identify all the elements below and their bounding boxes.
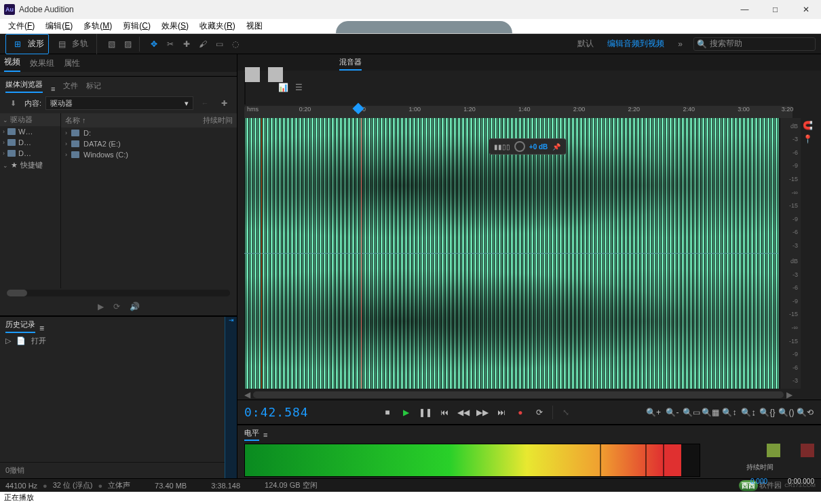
panel-menu-icon[interactable]: ≡ — [263, 431, 267, 439]
tab-effects-rack[interactable]: 效果组 — [30, 58, 54, 72]
tree-header[interactable]: ⌄ 驱动器 — [0, 113, 60, 126]
list-view-icon[interactable]: ☰ — [295, 83, 303, 92]
lasso-tool[interactable]: ◌ — [228, 37, 243, 52]
overview-selection-handles[interactable] — [245, 67, 299, 78]
waveform-icon: ⊞ — [10, 37, 25, 52]
media-preview-transport: ▶ ⟳ 🔊 — [0, 298, 237, 315]
selection-start[interactable]: 0.000 — [750, 478, 767, 485]
forward-button[interactable]: ▶▶ — [474, 404, 491, 421]
zoom-out-button[interactable]: 🔍- — [664, 404, 681, 421]
tree-item[interactable]: ›W… — [0, 126, 60, 137]
preview-autoplay-button[interactable]: 🔊 — [130, 302, 140, 311]
stop-button[interactable]: ■ — [379, 404, 396, 421]
out-point-icon[interactable] — [801, 444, 814, 457]
pin-icon[interactable]: 📌 — [552, 142, 561, 151]
skip-selection-button[interactable]: ⤡ — [557, 404, 575, 421]
panel-menu-icon[interactable]: ≡ — [39, 324, 44, 333]
tab-mixer[interactable]: 混音器 — [339, 57, 362, 71]
workspace-more[interactable]: » — [675, 38, 685, 50]
multitrack-mode-button[interactable]: ▤ 多轨 — [50, 35, 92, 54]
waveform-editor[interactable]: ▮▮▯▯ +0 dB 📌 dB -3 -6 -9 -15 -∞ -15 -9 -… — [244, 118, 814, 389]
go-start-button[interactable]: ⏮ — [436, 404, 453, 421]
spectral-freq-button[interactable]: ▧ — [104, 37, 119, 52]
list-item[interactable]: ›D: — [61, 128, 237, 138]
waveform-mode-button[interactable]: ⊞ 波形 — [5, 34, 49, 54]
playhead-line[interactable] — [361, 118, 362, 389]
panel-menu-icon[interactable]: ≡ — [51, 85, 55, 93]
loop-button[interactable]: ⟳ — [531, 404, 548, 421]
import-icon[interactable]: ⬇ — [5, 96, 20, 111]
tab-properties[interactable]: 属性 — [64, 58, 80, 72]
tab-files[interactable]: 文件 — [63, 81, 78, 93]
waveform-hscroll[interactable]: ◀ ▶ — [244, 390, 793, 400]
preview-play-button[interactable]: ▶ — [98, 302, 104, 311]
zoom-selection-button[interactable]: 🔍▦ — [702, 404, 719, 421]
rewind-button[interactable]: ◀◀ — [455, 404, 472, 421]
timecode-display[interactable]: 0:42.584 — [244, 405, 309, 419]
zoom-in-point-button[interactable]: 🔍{} — [759, 404, 776, 421]
menu-multitrack[interactable]: 多轨(M) — [78, 19, 117, 33]
tab-history[interactable]: 历史记录 — [5, 319, 35, 333]
menu-effects[interactable]: 效果(S) — [156, 19, 194, 33]
zoom-in-amp-button[interactable]: 🔍↕ — [721, 404, 738, 421]
tick: 1:40 — [518, 106, 531, 113]
heal-tool[interactable]: ✚ — [179, 37, 194, 52]
meter-view-icon[interactable]: 📊 — [278, 83, 288, 92]
brush-tool[interactable]: 🖌 — [195, 37, 210, 52]
help-search[interactable]: 🔍 搜索帮助 — [693, 37, 816, 51]
drive-select[interactable]: 驱动器 ▾ — [45, 96, 193, 110]
col-duration[interactable]: 持续时间 — [199, 113, 237, 128]
close-button[interactable]: ✕ — [790, 0, 821, 19]
tab-markers[interactable]: 标记 — [86, 81, 101, 93]
waveform-overview[interactable] — [244, 72, 246, 104]
tab-levels[interactable]: 电平 — [244, 428, 259, 441]
pause-button[interactable]: ❚❚ — [417, 404, 434, 421]
marquee-tool[interactable]: ▭ — [212, 37, 227, 52]
maximize-button[interactable]: □ — [760, 0, 790, 19]
tree-item[interactable]: ›D… — [0, 148, 60, 159]
content-label: 内容: — [24, 98, 41, 109]
record-button[interactable]: ● — [512, 404, 529, 421]
zoom-out-point-button[interactable]: 🔍() — [778, 404, 795, 421]
zoom-full-button[interactable]: 🔍▭ — [683, 404, 700, 421]
scroll-right-icon[interactable]: ▶ — [786, 390, 793, 400]
workspace-default[interactable]: 默认 — [575, 37, 596, 51]
menu-favorites[interactable]: 收藏夹(R) — [194, 19, 241, 33]
menu-view[interactable]: 视图 — [241, 19, 268, 33]
editor-option-icon[interactable]: 🧲 — [803, 121, 813, 130]
menu-clip[interactable]: 剪辑(C) — [117, 19, 156, 33]
col-name[interactable]: 名称 ↑ — [61, 113, 199, 128]
media-scroll[interactable] — [7, 290, 230, 296]
zoom-in-button[interactable]: 🔍+ — [645, 404, 662, 421]
tree-item[interactable]: ›D… — [0, 137, 60, 148]
workspace-edit-av[interactable]: 编辑音频到视频 — [605, 37, 667, 51]
volume-hud[interactable]: ▮▮▯▯ +0 dB 📌 — [489, 138, 567, 155]
minimize-button[interactable]: — — [729, 0, 760, 19]
back-button[interactable]: ← — [197, 96, 212, 111]
move-tool[interactable]: ✥ — [147, 37, 161, 52]
volume-knob[interactable] — [514, 141, 525, 152]
timeline-ruler[interactable]: hms 0:20 0:40 1:00 1:20 1:40 2:00 2:20 2… — [244, 106, 793, 118]
history-item-open[interactable]: ▷ 📄 打开 — [0, 333, 225, 349]
tab-video[interactable]: 视频 — [4, 56, 20, 72]
editor-marker-icon[interactable]: 📍 — [803, 134, 813, 144]
in-point-icon[interactable] — [767, 444, 780, 457]
waveform-right-channel[interactable] — [244, 254, 779, 389]
selection-duration[interactable]: 0:00.000 — [788, 478, 814, 485]
play-button[interactable]: ▶ — [398, 404, 415, 421]
tree-item-shortcuts[interactable]: ⌄★快捷键 — [0, 159, 60, 172]
tab-media-browser[interactable]: 媒体浏览器 — [5, 79, 43, 93]
razor-tool[interactable]: ✂ — [163, 37, 178, 52]
zoom-out-amp-button[interactable]: 🔍↨ — [740, 404, 757, 421]
zoom-reset-button[interactable]: 🔍⟲ — [797, 404, 814, 421]
list-item[interactable]: ›DATA2 (E:) — [61, 138, 237, 149]
preview-loop-button[interactable]: ⟳ — [113, 302, 120, 311]
new-button[interactable]: ✚ — [216, 96, 231, 111]
menu-edit[interactable]: 编辑(E) — [40, 19, 78, 33]
list-item[interactable]: ›Windows (C:) — [61, 149, 237, 160]
go-end-button[interactable]: ⏭ — [493, 404, 510, 421]
menu-file[interactable]: 文件(F) — [3, 19, 40, 33]
panel-dropzone[interactable]: ⇥ — [225, 317, 237, 478]
scroll-left-icon[interactable]: ◀ — [244, 390, 250, 400]
spectral-pitch-button[interactable]: ▨ — [120, 37, 135, 52]
